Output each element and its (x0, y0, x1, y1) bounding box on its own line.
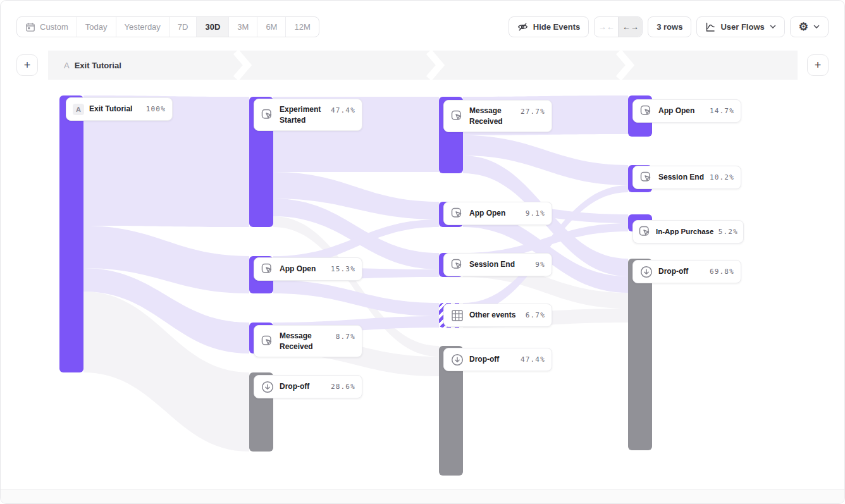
flow-node-label: App Open (658, 106, 694, 116)
flow-bar-drop-off-3[interactable] (628, 259, 652, 450)
drop-off-icon (639, 265, 653, 279)
series-letter-badge: A (73, 104, 84, 115)
event-cursor-icon (261, 335, 274, 348)
flow-ribbons-layer (1, 1, 845, 504)
flow-node-label: Drop-off (469, 354, 499, 364)
flow-node-pct: 8.7% (336, 333, 355, 341)
event-cursor-icon (261, 262, 274, 276)
flow-node-label: App Open (469, 208, 505, 218)
event-cursor-icon (450, 207, 464, 221)
flow-node-pct: 47.4% (521, 355, 545, 364)
drop-off-icon (450, 353, 464, 367)
flow-node-label: Session End (469, 259, 515, 269)
flow-node-label: Session End (658, 172, 704, 182)
flow-node-pct: 9.1% (526, 209, 545, 218)
flow-node-pct: 69.8% (710, 267, 734, 276)
flow-node-pct: 14.7% (710, 107, 734, 115)
flow-node-label: Message Received (469, 106, 515, 126)
flow-node-exit-tutorial[interactable]: AExit Tutorial100% (66, 97, 173, 121)
flow-node-drop-off-2[interactable]: Drop-off47.4% (443, 348, 552, 371)
drop-off-icon (261, 380, 274, 394)
flow-node-message-received-2[interactable]: Message Received27.7% (443, 100, 552, 132)
flow-node-experiment-started[interactable]: Experiment Started47.4% (254, 99, 362, 131)
event-cursor-icon (639, 171, 653, 185)
flow-node-pct: 27.7% (521, 108, 545, 116)
flow-node-label: Exit Tutorial (89, 104, 132, 114)
flow-node-app-open-1[interactable]: App Open15.3% (254, 257, 362, 281)
flow-bar-exit-tutorial[interactable] (59, 95, 83, 372)
flow-node-pct: 5.2% (719, 228, 738, 236)
flow-node-drop-off-1[interactable]: Drop-off28.6% (254, 375, 362, 398)
flow-node-pct: 47.4% (331, 106, 355, 114)
flow-node-other-events-2[interactable]: Other events6.7% (443, 304, 552, 327)
flow-node-session-end-2[interactable]: Session End9% (443, 253, 552, 276)
flow-node-session-end-3[interactable]: Session End10.2% (632, 166, 741, 189)
footer-strip (1, 489, 844, 503)
event-cursor-icon (261, 108, 274, 122)
flow-node-pct: 28.6% (331, 383, 355, 391)
flow-node-drop-off-3[interactable]: Drop-off69.8% (632, 260, 741, 283)
sankey-canvas: AExit Tutorial100%Experiment Started47.4… (1, 1, 844, 503)
flow-node-label: App Open (280, 264, 316, 274)
flow-node-label: In-App Purchase (656, 227, 713, 237)
flow-node-message-received-1[interactable]: Message Received8.7% (254, 325, 362, 357)
flow-node-pct: 6.7% (526, 311, 545, 319)
flow-node-pct: 9% (535, 261, 545, 269)
flow-node-pct: 100% (146, 105, 166, 113)
event-cursor-icon (639, 104, 653, 118)
grid-icon (450, 309, 464, 323)
event-cursor-icon (450, 109, 464, 123)
series-letter-badge: A (73, 104, 84, 115)
flow-node-label: Experiment Started (280, 104, 326, 125)
flow-node-label: Message Received (280, 331, 331, 351)
flow-node-label: Drop-off (658, 266, 688, 276)
event-cursor-icon (450, 258, 464, 272)
flow-node-label: Drop-off (280, 381, 309, 391)
flow-node-app-open-2[interactable]: App Open9.1% (443, 202, 552, 225)
flow-node-pct: 10.2% (710, 173, 734, 181)
flow-node-pct: 15.3% (331, 265, 355, 273)
user-flows-panel: Custom Today Yesterday 7D 30D 3M 6M 12M … (0, 0, 845, 504)
flow-node-app-open-3[interactable]: App Open14.7% (632, 99, 741, 123)
flow-node-label: Other events (469, 310, 515, 320)
event-cursor-icon (638, 225, 652, 239)
flow-node-in-app-purchase-3[interactable]: In-App Purchase5.2% (632, 220, 744, 243)
